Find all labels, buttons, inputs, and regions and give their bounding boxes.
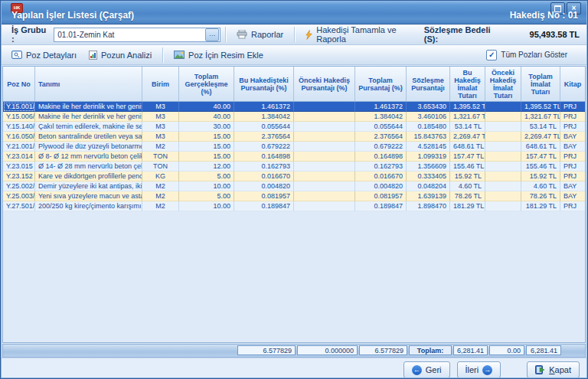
col-toplam-pursantaj[interactable]: Toplam Pursantaj (%) — [355, 67, 407, 101]
hakedisi-tamamla-button[interactable]: Hakedişi Tamamla ve Raporla — [299, 23, 424, 46]
cell-bu_tutar: 181.29 TL — [450, 201, 485, 211]
cell-bu_tutar: 1,321.67 TL — [450, 112, 485, 122]
hakedisi-tamamla-label: Hakedişi Tamamla ve Raporla — [316, 25, 417, 44]
table-row[interactable]: Y.15.006/2BMakine ile her derinlik ve he… — [3, 112, 585, 122]
kapat-button[interactable]: Kapat — [527, 361, 580, 378]
table-row[interactable]: Y.16.050/04Beton santralinde üretilen ve… — [3, 132, 585, 142]
cell-toplam_purs: 0.016670 — [355, 172, 407, 181]
table-row[interactable]: Y.21.001/03Plywood ile düz yüzeyli beton… — [3, 142, 585, 152]
toolbar-separator — [294, 27, 295, 42]
cell-tanim: 200/250 kg kireç/çimento karışımı kab — [35, 201, 142, 211]
cell-bu_tutar: 78.26 TL — [450, 191, 485, 201]
table-row[interactable]: Y.27.501/02200/250 kg kireç/çimento karı… — [3, 201, 585, 211]
ileri-button[interactable]: İleri → — [457, 361, 501, 378]
secondary-toolbar: Poz Detayları Pozun Analizi Poz İçin Res… — [1, 45, 587, 65]
col-onceki-hakedis-pursantaj[interactable]: Önceki Hakediş Pursantajı (%) — [294, 67, 355, 101]
cell-toplam_purs: 0.189847 — [355, 201, 407, 211]
raporlar-button[interactable]: Raporlar — [230, 28, 289, 41]
col-tanimi[interactable]: Tanımı — [35, 67, 142, 101]
toolbar-separator — [162, 47, 163, 63]
cell-bu_tutar: 157.47 TL — [450, 152, 485, 162]
cell-sozlesme_purs: 1.898470 — [407, 201, 450, 211]
cell-poz: Y.23.014 — [3, 152, 35, 162]
cell-gerceklesme: 5.00 — [179, 172, 234, 181]
kapat-label: Kapat — [549, 365, 571, 374]
cell-tanim: Yeni sıva yüzeylere macun ve astar uyg — [35, 191, 142, 201]
cell-toplam_tutar: 1,321.67 TL — [521, 112, 560, 122]
table-row[interactable]: Y.15.001/2BMakine ile her derinlik ve he… — [3, 102, 585, 112]
cell-onceki_purs — [294, 102, 355, 112]
lightning-icon — [305, 30, 312, 40]
cell-kitap: BAY — [560, 132, 585, 142]
cell-tanim: Makine ile her derinlik ve her genişlikt… — [35, 102, 142, 112]
col-kitap[interactable]: Kitap — [560, 67, 585, 101]
summary-bar: 6.577829 0.000000 6.577829 Toplam: 6,281… — [2, 344, 586, 358]
col-toplam-imalat[interactable]: Toplam İmalat Tutarı — [521, 67, 560, 101]
cell-poz: Y.15.001/2B — [3, 102, 35, 112]
title-bar: HK × Yapılan İşler Listesi (Çarşaf) Hake… — [1, 1, 587, 25]
cell-bu_tutar: 155.46 TL — [450, 162, 485, 172]
summary-toplam-pursantaj: 6.577829 — [359, 345, 407, 355]
window-title: Yapılan İşler Listesi (Çarşaf) — [11, 10, 134, 21]
cell-onceki_purs — [294, 191, 355, 201]
geri-button[interactable]: ← Geri — [403, 361, 450, 378]
cell-bu_purs: 0.164898 — [234, 152, 294, 162]
cell-tanim: Makine ile her derinlik ve her genişlikt… — [35, 112, 142, 122]
cell-bu_purs: 2.376564 — [234, 132, 294, 142]
table-row[interactable]: Y.23.152Kare ve dikdörtgen profillerle p… — [3, 172, 585, 181]
poz-detaylari-label: Poz Detayları — [26, 51, 77, 60]
cell-toplam_purs: 0.004820 — [355, 181, 407, 191]
cell-onceki_tutar — [485, 172, 521, 181]
table-header: Poz No Tanımı Birim Toplam Gerçekleşme (… — [3, 67, 585, 102]
cell-onceki_tutar — [485, 132, 521, 142]
table-row[interactable]: Y.23.015Ø 14- Ø 28 mm nervürlü beton çel… — [3, 162, 585, 172]
cell-poz: Y.27.501/02 — [3, 201, 35, 211]
exit-icon — [535, 365, 545, 374]
col-birim[interactable]: Birim — [142, 67, 179, 101]
summary-onceki-tutar: 0.00 — [489, 345, 524, 355]
col-sozlesme-pursantaji[interactable]: Sözleşme Pursantajı — [407, 67, 450, 101]
tum-pozlar-toggle[interactable]: ✓ Tüm Pozları Göster — [486, 50, 567, 60]
is-grubu-combobox[interactable]: 01.01-Zemin Kat … — [54, 28, 220, 42]
cell-tanim: Ø 14- Ø 28 mm nervürlü beton çelik çu — [35, 162, 142, 172]
cell-sozlesme_purs: 3.460106 — [407, 112, 450, 122]
resim-ekle-button[interactable]: Poz İçin Resim Ekle — [168, 48, 270, 62]
cell-bu_purs: 0.162793 — [234, 162, 294, 172]
cell-toplam_tutar: 648.61 TL — [521, 142, 560, 152]
cell-toplam_tutar: 1,395.52 TL — [521, 102, 560, 112]
poz-detaylari-button[interactable]: Poz Detayları — [5, 48, 83, 62]
cell-gerceklesme: 40.00 — [179, 102, 234, 112]
cell-poz: Y.25.003/11 — [3, 191, 35, 201]
table-row[interactable]: Y.23.014Ø 8- Ø 12 mm nervürlü beton çeli… — [3, 152, 585, 162]
combo-ellipsis-button[interactable]: … — [205, 28, 219, 41]
cell-kitap: PRJ — [560, 162, 585, 172]
cell-onceki_purs — [294, 162, 355, 172]
table-row[interactable]: Y.25.002/02Demir yüzeylere iki kat antip… — [3, 181, 585, 191]
raporlar-label: Raporlar — [251, 30, 283, 39]
col-onceki-hakedis-imalat[interactable]: Önceki Hakediş İmalat Tutarı — [485, 67, 521, 101]
checkbox-icon[interactable]: ✓ — [486, 50, 497, 60]
table-row[interactable]: Y.25.003/11Yeni sıva yüzeylere macun ve … — [3, 191, 585, 201]
toolbar-separator — [225, 27, 226, 42]
col-poz-no[interactable]: Poz No — [3, 67, 35, 101]
cell-kitap: PRJ — [560, 102, 585, 112]
cell-bu_purs: 1.461372 — [234, 102, 294, 112]
cell-gerceklesme: 5.00 — [179, 191, 234, 201]
col-toplam-gerceklesme[interactable]: Toplam Gerçekleşme (%) — [179, 67, 234, 101]
pozun-analizi-button[interactable]: Pozun Analizi — [83, 48, 158, 62]
cell-toplam_purs: 2.376564 — [355, 132, 407, 142]
summary-bu-tutar: 6,281.41 — [453, 345, 488, 355]
cell-gerceklesme: 30.00 — [179, 122, 234, 132]
pozun-analizi-label: Pozun Analizi — [101, 51, 152, 60]
printer-icon — [237, 30, 247, 39]
summary-bu-pursantaj: 6.577829 — [237, 345, 296, 355]
col-bu-hakedisteki-pursantaj[interactable]: Bu Hakedişteki Pursantajı (%) — [234, 67, 294, 101]
cell-onceki_purs — [294, 112, 355, 122]
analysis-icon — [89, 51, 97, 60]
table-row[interactable]: Y.15.140/04Çakıl temin edilerek, makine … — [3, 122, 585, 132]
works-table: Poz No Tanımı Birim Toplam Gerçekleşme (… — [2, 66, 586, 343]
cell-birim: TON — [142, 162, 179, 172]
is-grubu-label: İş Grubu : — [11, 25, 47, 44]
cell-bu_tutar: 648.61 TL — [450, 142, 485, 152]
col-bu-hakedis-imalat[interactable]: Bu Hakediş İmalat Tutarı — [450, 67, 485, 101]
